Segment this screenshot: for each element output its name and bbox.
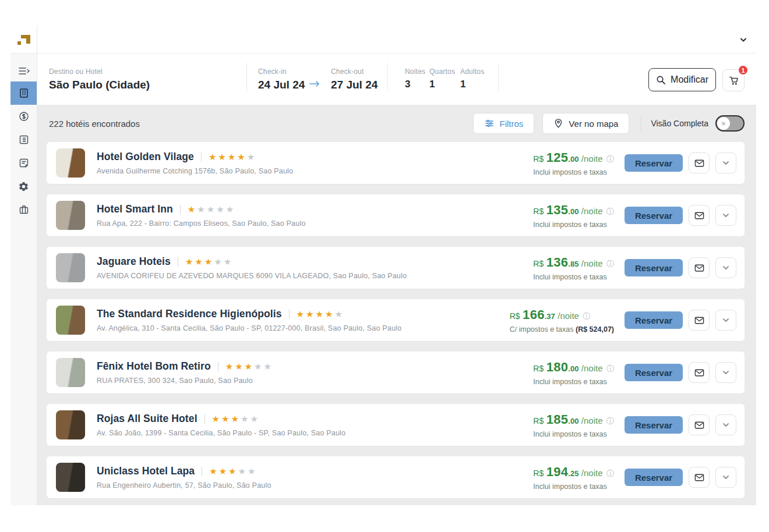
star-filled-icon: ★ — [225, 361, 233, 372]
adults-label: Adultos — [460, 68, 484, 76]
hotel-list: Hotel Golden Vilage ★★★★★ Avenida Guilhe… — [47, 142, 745, 498]
per-night-label: /noite — [581, 468, 603, 478]
divider — [289, 310, 290, 319]
modify-search-button[interactable]: Modificar — [648, 68, 716, 91]
tax-note: Inclui impostos e taxas — [533, 483, 606, 491]
price-info-icon[interactable]: ⓘ — [606, 417, 614, 425]
sidebar — [10, 54, 37, 505]
hotel-address: Av. Angélica, 310 - Santa Cecilia, São P… — [97, 324, 510, 332]
cart-button[interactable]: 1 — [722, 69, 745, 91]
price-info-icon[interactable]: ⓘ — [583, 312, 590, 321]
divider — [218, 362, 218, 371]
hotel-thumbnail[interactable] — [56, 306, 85, 335]
divider — [201, 152, 202, 162]
price-info-icon[interactable]: ⓘ — [606, 155, 614, 164]
envelope-icon — [694, 158, 705, 168]
star-rating: ★★★★★ — [209, 466, 257, 477]
per-night-label: /noite — [581, 206, 603, 216]
star-empty-icon: ★ — [264, 361, 271, 372]
envelope-icon — [694, 315, 705, 325]
sidebar-item-business[interactable] — [10, 198, 37, 221]
star-filled-icon: ★ — [237, 152, 245, 162]
sidebar-item-bookings[interactable] — [10, 151, 37, 175]
destination-field: Destino ou Hotel São Paulo (Cidade) — [49, 68, 150, 91]
price-info-icon[interactable]: ⓘ — [606, 207, 614, 216]
hotel-card: Jaguare Hoteis ★★★★★ AVENIDA CORIFEU DE … — [47, 247, 745, 289]
filters-button[interactable]: Filtros — [473, 113, 535, 134]
hotel-name[interactable]: Uniclass Hotel Lapa — [97, 465, 195, 477]
adults-value: 1 — [460, 79, 484, 90]
brand-logo-cell[interactable] — [10, 26, 37, 54]
star-rating: ★★★★★ — [225, 361, 273, 372]
sidebar-item-settings[interactable] — [10, 175, 37, 198]
hotel-name[interactable]: The Standard Residence Higienópolis — [97, 308, 282, 320]
hotel-thumbnail[interactable] — [56, 201, 85, 230]
price-block: R$ 136.85 /noite ⓘ Inclui impostos e tax… — [533, 255, 614, 281]
star-filled-icon: ★ — [195, 257, 202, 267]
expand-card-button[interactable] — [715, 467, 736, 488]
reserve-button[interactable]: Reservar — [625, 364, 683, 381]
price-info-icon[interactable]: ⓘ — [606, 469, 614, 478]
reserve-button[interactable]: Reservar — [625, 154, 683, 172]
envelope-icon — [694, 263, 705, 273]
email-button[interactable] — [689, 362, 710, 383]
sidebar-item-currency[interactable] — [10, 105, 37, 128]
hotel-thumbnail[interactable] — [56, 148, 85, 178]
per-night-label: /noite — [581, 416, 603, 425]
star-empty-icon: ★ — [214, 257, 221, 267]
reserve-button[interactable]: Reservar — [625, 469, 683, 486]
rooms-value: 1 — [429, 79, 455, 90]
full-view-toggle[interactable]: ✕ — [715, 115, 745, 132]
nights-value: 3 — [405, 79, 425, 90]
list-icon — [18, 134, 30, 146]
chevron-down-icon — [721, 158, 731, 168]
hotel-thumbnail[interactable] — [56, 358, 85, 387]
star-rating: ★★★★★ — [188, 204, 235, 215]
envelope-icon — [694, 368, 705, 378]
tax-note: Inclui impostos e taxas — [533, 221, 606, 229]
sidebar-menu-expand-button[interactable] — [10, 61, 37, 81]
topbar-chevron-down-icon[interactable] — [739, 35, 748, 44]
email-button[interactable] — [689, 257, 710, 278]
price-info-icon[interactable]: ⓘ — [606, 364, 614, 373]
top-bar — [10, 26, 756, 54]
hotel-thumbnail[interactable] — [56, 410, 85, 439]
star-filled-icon: ★ — [212, 414, 220, 424]
reserve-button[interactable]: Reservar — [625, 311, 683, 329]
star-filled-icon: ★ — [188, 204, 195, 215]
reserve-button[interactable]: Reservar — [625, 207, 683, 224]
expand-card-button[interactable] — [715, 257, 736, 278]
price-amount: 194 — [546, 464, 569, 479]
email-button[interactable] — [689, 205, 710, 226]
price-amount: 136 — [546, 255, 569, 269]
view-on-map-button[interactable]: Ver no mapa — [542, 113, 629, 134]
hotel-address: Avenida Guilherme Cotching 1576b, São Pa… — [97, 167, 533, 175]
email-button[interactable] — [689, 310, 710, 331]
divider — [202, 467, 202, 476]
email-button[interactable] — [689, 152, 710, 173]
expand-card-button[interactable] — [715, 152, 736, 173]
hotel-name[interactable]: Rojas All Suite Hotel — [97, 413, 197, 425]
hotel-name[interactable]: Fênix Hotel Bom Retiro — [97, 360, 211, 373]
search-icon — [656, 75, 666, 85]
hotel-thumbnail[interactable] — [56, 253, 85, 282]
hotel-name[interactable]: Hotel Smart Inn — [97, 203, 173, 215]
price-amount: 135 — [546, 203, 569, 217]
sidebar-item-rates-list[interactable] — [10, 128, 37, 151]
chevron-down-icon — [721, 368, 731, 377]
reserve-button[interactable]: Reservar — [625, 259, 683, 276]
price-info-icon[interactable]: ⓘ — [606, 260, 614, 268]
expand-card-button[interactable] — [715, 362, 736, 383]
checkout-field: Check-out 27 Jul 24 — [331, 68, 378, 91]
expand-card-button[interactable] — [715, 414, 736, 435]
hotel-address: RUA PRATES, 300 324, Sao Paulo, Sao Paul… — [97, 377, 533, 385]
hotel-name[interactable]: Jaguare Hoteis — [97, 256, 171, 268]
expand-card-button[interactable] — [715, 205, 736, 226]
email-button[interactable] — [689, 414, 710, 435]
hotel-name[interactable]: Hotel Golden Vilage — [97, 151, 194, 163]
expand-card-button[interactable] — [715, 310, 736, 331]
hotel-thumbnail[interactable] — [56, 463, 85, 492]
sidebar-item-hotels[interactable] — [10, 81, 37, 105]
email-button[interactable] — [689, 467, 710, 488]
reserve-button[interactable]: Reservar — [625, 416, 683, 434]
